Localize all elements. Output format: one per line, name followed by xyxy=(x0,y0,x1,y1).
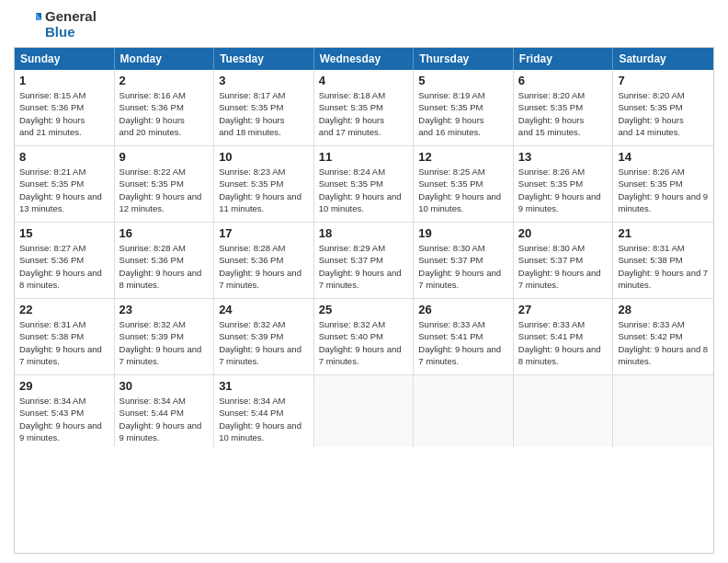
day-cell-12-1-4: 12Sunrise: 8:25 AM Sunset: 5:35 PM Dayli… xyxy=(414,146,514,222)
day-cell-empty-4-6 xyxy=(613,375,713,447)
day-info: Sunrise: 8:19 AM Sunset: 5:35 PM Dayligh… xyxy=(418,89,508,138)
week-row-5: 29Sunrise: 8:34 AM Sunset: 5:43 PM Dayli… xyxy=(15,375,713,447)
day-info: Sunrise: 8:32 AM Sunset: 5:39 PM Dayligh… xyxy=(119,318,210,367)
day-info: Sunrise: 8:34 AM Sunset: 5:44 PM Dayligh… xyxy=(119,395,210,443)
day-info: Sunrise: 8:25 AM Sunset: 5:35 PM Dayligh… xyxy=(418,166,508,214)
day-cell-6-0-5: 6Sunrise: 8:20 AM Sunset: 5:35 PM Daylig… xyxy=(514,70,614,145)
day-number: 18 xyxy=(319,226,409,240)
day-info: Sunrise: 8:24 AM Sunset: 5:35 PM Dayligh… xyxy=(319,166,409,214)
week-row-1: 1Sunrise: 8:15 AM Sunset: 5:36 PM Daylig… xyxy=(15,70,713,146)
day-number: 25 xyxy=(319,303,409,316)
day-info: Sunrise: 8:32 AM Sunset: 5:40 PM Dayligh… xyxy=(319,318,409,367)
day-info: Sunrise: 8:15 AM Sunset: 5:36 PM Dayligh… xyxy=(19,89,109,138)
day-number: 14 xyxy=(618,150,709,164)
day-info: Sunrise: 8:33 AM Sunset: 5:41 PM Dayligh… xyxy=(418,318,508,367)
day-cell-2-0-1: 2Sunrise: 8:16 AM Sunset: 5:36 PM Daylig… xyxy=(115,70,215,145)
day-cell-empty-4-5 xyxy=(514,375,614,447)
day-number: 16 xyxy=(119,226,210,240)
day-cell-22-3-0: 22Sunrise: 8:31 AM Sunset: 5:38 PM Dayli… xyxy=(15,299,115,374)
day-cell-21-2-6: 21Sunrise: 8:31 AM Sunset: 5:38 PM Dayli… xyxy=(613,223,713,298)
day-number: 5 xyxy=(418,74,508,87)
week-row-3: 15Sunrise: 8:27 AM Sunset: 5:36 PM Dayli… xyxy=(15,223,713,299)
day-info: Sunrise: 8:16 AM Sunset: 5:36 PM Dayligh… xyxy=(119,89,210,138)
day-number: 6 xyxy=(518,74,609,87)
day-info: Sunrise: 8:32 AM Sunset: 5:39 PM Dayligh… xyxy=(219,318,309,367)
day-cell-11-1-3: 11Sunrise: 8:24 AM Sunset: 5:35 PM Dayli… xyxy=(314,146,415,222)
day-info: Sunrise: 8:17 AM Sunset: 5:35 PM Dayligh… xyxy=(219,89,309,138)
day-number: 24 xyxy=(219,303,309,316)
day-number: 15 xyxy=(19,226,109,240)
header-wednesday: Wednesday xyxy=(314,48,415,70)
day-cell-28-3-6: 28Sunrise: 8:33 AM Sunset: 5:42 PM Dayli… xyxy=(613,299,713,374)
week-row-2: 8Sunrise: 8:21 AM Sunset: 5:35 PM Daylig… xyxy=(15,146,713,223)
day-cell-27-3-5: 27Sunrise: 8:33 AM Sunset: 5:41 PM Dayli… xyxy=(514,299,614,374)
day-info: Sunrise: 8:34 AM Sunset: 5:44 PM Dayligh… xyxy=(219,395,309,443)
day-cell-19-2-4: 19Sunrise: 8:30 AM Sunset: 5:37 PM Dayli… xyxy=(414,223,514,298)
day-number: 19 xyxy=(418,226,508,240)
header-monday: Monday xyxy=(115,48,215,70)
day-info: Sunrise: 8:20 AM Sunset: 5:35 PM Dayligh… xyxy=(518,89,609,138)
day-cell-25-3-3: 25Sunrise: 8:32 AM Sunset: 5:40 PM Dayli… xyxy=(314,299,415,374)
day-number: 12 xyxy=(418,150,508,164)
day-number: 21 xyxy=(618,226,709,240)
day-cell-16-2-1: 16Sunrise: 8:28 AM Sunset: 5:36 PM Dayli… xyxy=(115,223,215,298)
day-info: Sunrise: 8:20 AM Sunset: 5:35 PM Dayligh… xyxy=(618,89,709,138)
week-row-4: 22Sunrise: 8:31 AM Sunset: 5:38 PM Dayli… xyxy=(15,299,713,375)
day-number: 3 xyxy=(219,74,309,87)
day-info: Sunrise: 8:23 AM Sunset: 5:35 PM Dayligh… xyxy=(219,166,309,214)
day-number: 11 xyxy=(319,150,409,164)
day-info: Sunrise: 8:33 AM Sunset: 5:42 PM Dayligh… xyxy=(618,318,709,367)
day-number: 10 xyxy=(219,150,309,164)
day-cell-13-1-5: 13Sunrise: 8:26 AM Sunset: 5:35 PM Dayli… xyxy=(514,146,614,222)
day-cell-14-1-6: 14Sunrise: 8:26 AM Sunset: 5:35 PM Dayli… xyxy=(613,146,713,222)
day-number: 9 xyxy=(119,150,210,164)
day-number: 8 xyxy=(19,150,109,164)
day-cell-10-1-2: 10Sunrise: 8:23 AM Sunset: 5:35 PM Dayli… xyxy=(214,146,314,222)
logo-text: General Blue xyxy=(45,9,97,40)
logo-svg xyxy=(14,11,41,39)
header-tuesday: Tuesday xyxy=(214,48,314,70)
day-cell-20-2-5: 20Sunrise: 8:30 AM Sunset: 5:37 PM Dayli… xyxy=(514,223,614,298)
header-thursday: Thursday xyxy=(414,48,514,70)
day-info: Sunrise: 8:29 AM Sunset: 5:37 PM Dayligh… xyxy=(319,242,409,291)
day-cell-8-1-0: 8Sunrise: 8:21 AM Sunset: 5:35 PM Daylig… xyxy=(15,146,115,222)
day-number: 28 xyxy=(618,303,709,316)
day-info: Sunrise: 8:26 AM Sunset: 5:35 PM Dayligh… xyxy=(518,166,609,214)
day-number: 17 xyxy=(219,226,309,240)
day-cell-3-0-2: 3Sunrise: 8:17 AM Sunset: 5:35 PM Daylig… xyxy=(214,70,314,145)
day-cell-31-4-2: 31Sunrise: 8:34 AM Sunset: 5:44 PM Dayli… xyxy=(214,375,314,447)
day-cell-4-0-3: 4Sunrise: 8:18 AM Sunset: 5:35 PM Daylig… xyxy=(314,70,415,145)
day-info: Sunrise: 8:31 AM Sunset: 5:38 PM Dayligh… xyxy=(19,318,109,367)
day-cell-7-0-6: 7Sunrise: 8:20 AM Sunset: 5:35 PM Daylig… xyxy=(613,70,713,145)
day-cell-1-0-0: 1Sunrise: 8:15 AM Sunset: 5:36 PM Daylig… xyxy=(15,70,115,145)
day-cell-29-4-0: 29Sunrise: 8:34 AM Sunset: 5:43 PM Dayli… xyxy=(15,375,115,447)
day-info: Sunrise: 8:21 AM Sunset: 5:35 PM Dayligh… xyxy=(19,166,109,214)
day-number: 29 xyxy=(19,379,109,393)
logo-blue-text: Blue xyxy=(45,25,97,40)
day-number: 1 xyxy=(19,74,109,87)
day-info: Sunrise: 8:26 AM Sunset: 5:35 PM Dayligh… xyxy=(618,166,709,214)
header-friday: Friday xyxy=(514,48,614,70)
day-info: Sunrise: 8:27 AM Sunset: 5:36 PM Dayligh… xyxy=(19,242,109,291)
day-number: 13 xyxy=(518,150,609,164)
day-info: Sunrise: 8:30 AM Sunset: 5:37 PM Dayligh… xyxy=(518,242,609,291)
day-cell-5-0-4: 5Sunrise: 8:19 AM Sunset: 5:35 PM Daylig… xyxy=(414,70,514,145)
day-number: 7 xyxy=(618,74,709,87)
day-cell-15-2-0: 15Sunrise: 8:27 AM Sunset: 5:36 PM Dayli… xyxy=(15,223,115,298)
header-sunday: Sunday xyxy=(15,48,115,70)
day-cell-30-4-1: 30Sunrise: 8:34 AM Sunset: 5:44 PM Dayli… xyxy=(115,375,215,447)
day-number: 27 xyxy=(518,303,609,316)
day-info: Sunrise: 8:28 AM Sunset: 5:36 PM Dayligh… xyxy=(219,242,309,291)
day-number: 31 xyxy=(219,379,309,393)
day-info: Sunrise: 8:33 AM Sunset: 5:41 PM Dayligh… xyxy=(518,318,609,367)
day-info: Sunrise: 8:22 AM Sunset: 5:35 PM Dayligh… xyxy=(119,166,210,214)
logo: General Blue xyxy=(14,9,97,40)
day-cell-empty-4-3 xyxy=(314,375,415,447)
day-number: 26 xyxy=(418,303,508,316)
day-cell-18-2-3: 18Sunrise: 8:29 AM Sunset: 5:37 PM Dayli… xyxy=(314,223,415,298)
day-cell-9-1-1: 9Sunrise: 8:22 AM Sunset: 5:35 PM Daylig… xyxy=(115,146,215,222)
day-number: 30 xyxy=(119,379,210,393)
day-info: Sunrise: 8:34 AM Sunset: 5:43 PM Dayligh… xyxy=(19,395,109,443)
day-number: 2 xyxy=(119,74,210,87)
logo-general-text: General xyxy=(45,9,97,25)
